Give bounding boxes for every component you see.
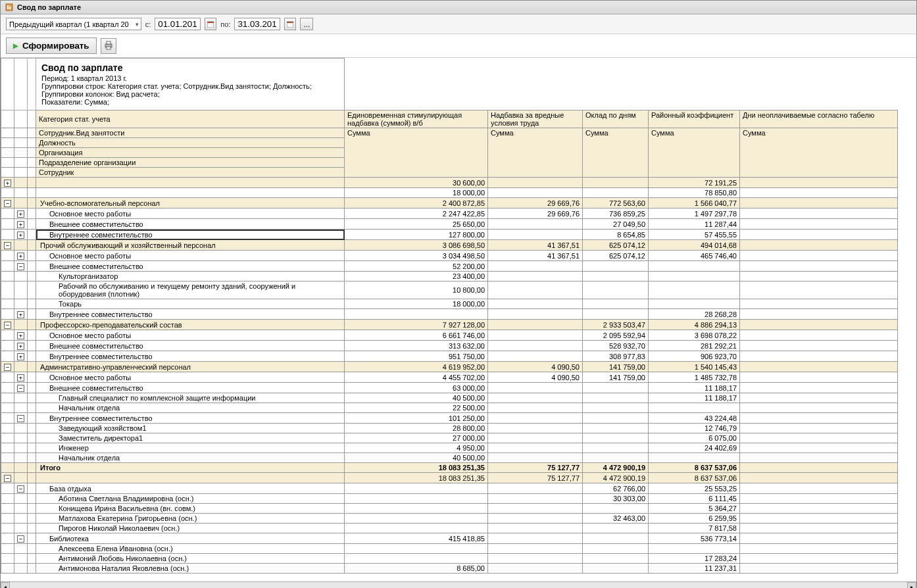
row-label: Инженер: [36, 443, 345, 453]
print-button[interactable]: [101, 38, 116, 54]
tree-toggle[interactable]: +: [14, 351, 28, 362]
cell-value: [740, 564, 898, 574]
tree-toggle[interactable]: −: [14, 533, 28, 544]
tree-toggle[interactable]: +: [1, 178, 14, 188]
table-row[interactable]: −Внешнее совместительство52 200,00: [1, 261, 898, 272]
table-row[interactable]: Токарь18 000,00: [1, 299, 898, 309]
table-row[interactable]: +Основное место работы6 661 746,002 095 …: [1, 330, 898, 341]
table-row[interactable]: Главный специалист по комплексной защите…: [1, 393, 898, 403]
period-dropdown[interactable]: Предыдущий квартал (1 квартал 20: [6, 18, 141, 30]
scroll-left-icon[interactable]: ◂: [1, 582, 10, 588]
tree-toggle: [28, 341, 36, 351]
cell-value: 4 455 702,00: [345, 372, 488, 383]
tree-toggle: [28, 443, 36, 453]
cell-value: 41 367,51: [488, 251, 583, 261]
more-period-button[interactable]: ...: [300, 18, 313, 30]
table-row[interactable]: Матлахова Екатерина Григорьевна (осн.)32…: [1, 514, 898, 524]
table-row[interactable]: −Прочий обслуживающий и хозяйственный пе…: [1, 240, 898, 251]
row-label: Антимонова Наталия Яковлевна (осн.): [36, 564, 345, 574]
table-row[interactable]: Конищева Ирина Васильевна (вн. совм.)5 3…: [1, 504, 898, 514]
cell-value: [740, 219, 898, 230]
date-from-input[interactable]: [155, 18, 201, 30]
table-row[interactable]: −Учебно-вспомогательный персонал2 400 87…: [1, 198, 898, 208]
date-to-picker-icon[interactable]: [284, 18, 296, 30]
cell-value: [488, 433, 583, 443]
table-row[interactable]: +Внешнее совместительство313 632,00528 9…: [1, 341, 898, 351]
tree-toggle[interactable]: −: [14, 413, 28, 424]
table-row[interactable]: −Внутреннее совместительство101 250,0043…: [1, 413, 898, 424]
titlebar: Свод по зарплате: [1, 1, 916, 14]
tree-toggle[interactable]: −: [1, 362, 14, 372]
table-row[interactable]: +Внутреннее совместительство951 750,0030…: [1, 351, 898, 362]
table-row[interactable]: +30 600,0072 191,25: [1, 178, 898, 188]
table-row[interactable]: +Внутреннее совместительство28 268,28: [1, 309, 898, 320]
tree-toggle: [14, 188, 28, 198]
generate-button[interactable]: ▶ Сформировать: [6, 37, 97, 54]
date-to-input[interactable]: [234, 18, 280, 30]
table-row[interactable]: Пирогов Николай Николаевич (осн.)7 817,5…: [1, 524, 898, 533]
tree-toggle[interactable]: +: [14, 230, 28, 240]
table-row[interactable]: 18 000,0078 850,80: [1, 188, 898, 198]
table-row[interactable]: +Основное место работы2 247 422,8529 669…: [1, 208, 898, 219]
table-row[interactable]: +Внутреннее совместительство127 800,008 …: [1, 230, 898, 240]
tree-toggle: [1, 424, 14, 433]
cell-value: 12 746,79: [649, 424, 740, 433]
table-row[interactable]: Антимоний Любовь Николаевна (осн.)17 283…: [1, 554, 898, 564]
table-row[interactable]: Начальник отдела22 500,00: [1, 403, 898, 413]
tree-toggle: [28, 251, 36, 261]
tree-toggle[interactable]: −: [14, 483, 28, 494]
tree-toggle[interactable]: −: [1, 240, 14, 251]
table-row[interactable]: Заведующий хозяйством128 800,0012 746,79: [1, 424, 898, 433]
table-row[interactable]: Итого18 083 251,3575 127,774 472 900,198…: [1, 463, 898, 473]
table-row[interactable]: +Основное место работы3 034 498,5041 367…: [1, 251, 898, 261]
tree-toggle[interactable]: −: [1, 473, 14, 483]
tree-toggle[interactable]: +: [14, 309, 28, 320]
tree-toggle[interactable]: −: [14, 383, 28, 393]
table-row[interactable]: −18 083 251,3575 127,774 472 900,198 637…: [1, 473, 898, 483]
cell-value: 18 000,00: [345, 299, 488, 309]
tree-toggle: [28, 554, 36, 564]
cell-value: 10 800,00: [345, 282, 488, 299]
tree-toggle[interactable]: +: [14, 330, 28, 341]
table-row[interactable]: Рабочий по обслуживанию и текущему ремон…: [1, 282, 898, 299]
table-row[interactable]: Антимонова Наталия Яковлевна (осн.)8 685…: [1, 564, 898, 574]
table-row[interactable]: Алексеева Елена Ивановна (осн.): [1, 544, 898, 554]
scroll-right-icon[interactable]: ▸: [907, 582, 916, 588]
svg-rect-1: [7, 5, 9, 9]
table-row[interactable]: Аботина Светлана Владимировна (осн.)30 3…: [1, 494, 898, 504]
table-row[interactable]: +Внешнее совместительство25 650,0027 049…: [1, 219, 898, 230]
cell-value: 29 669,76: [488, 208, 583, 219]
tree-toggle[interactable]: −: [1, 198, 14, 208]
table-row[interactable]: −Библиотека415 418,85536 773,14: [1, 533, 898, 544]
cell-value: 625 074,12: [583, 240, 649, 251]
tree-toggle[interactable]: +: [14, 208, 28, 219]
table-row[interactable]: −Внешнее совместительство63 000,0011 188…: [1, 383, 898, 393]
cell-value: 5 364,27: [649, 504, 740, 514]
tree-toggle: [28, 299, 36, 309]
tree-toggle[interactable]: −: [1, 320, 14, 330]
tree-toggle[interactable]: +: [14, 251, 28, 261]
cell-value: [649, 261, 740, 272]
report-area[interactable]: Свод по зарплатеПериод: 1 квартал 2013 г…: [1, 58, 916, 588]
table-row[interactable]: −Профессорско-преподавательский состав7 …: [1, 320, 898, 330]
date-from-picker-icon[interactable]: [205, 18, 216, 30]
table-row[interactable]: −База отдыха62 766,0025 553,25: [1, 483, 898, 494]
tree-toggle[interactable]: +: [14, 219, 28, 230]
tree-toggle[interactable]: +: [14, 372, 28, 383]
cell-value: 25 650,00: [345, 219, 488, 230]
cell-value: [583, 393, 649, 403]
horizontal-scrollbar[interactable]: ◂ ▸: [1, 581, 916, 588]
row-label: Заместитель директора1: [36, 433, 345, 443]
table-row[interactable]: +Основное место работы4 455 702,004 090,…: [1, 372, 898, 383]
cell-value: 27 049,50: [583, 219, 649, 230]
tree-toggle[interactable]: +: [14, 341, 28, 351]
cell-value: 40 500,00: [345, 453, 488, 463]
table-row[interactable]: Культорганизатор23 400,00: [1, 272, 898, 282]
table-row[interactable]: Заместитель директора127 000,006 075,00: [1, 433, 898, 443]
table-row[interactable]: Инженер4 950,0024 402,69: [1, 443, 898, 453]
tree-toggle[interactable]: −: [14, 261, 28, 272]
table-row[interactable]: −Административно-управленческий персонал…: [1, 362, 898, 372]
cell-value: [488, 544, 583, 554]
table-row[interactable]: Начальник отдела40 500,00: [1, 453, 898, 463]
cell-value: 29 669,76: [488, 198, 583, 208]
